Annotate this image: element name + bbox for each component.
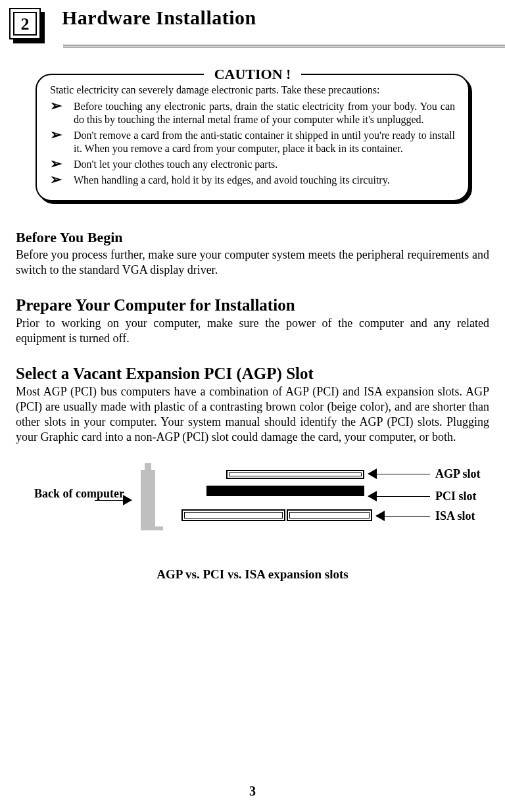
isa-slot-icon [181, 509, 285, 521]
caution-title-row: CAUTION ! [36, 66, 469, 82]
arrow-left-icon [368, 474, 430, 474]
page-number: 3 [0, 784, 505, 799]
section-heading-before: Before You Begin [16, 229, 489, 246]
section-body-select: Most AGP (PCI) bus computers have a comb… [16, 384, 489, 445]
arrow-right-icon: ➢ [50, 157, 62, 171]
caution-intro: Static electricity can severely damage e… [50, 84, 455, 96]
caution-item-text: Don't let your clothes touch any electro… [74, 158, 277, 171]
chapter-header: 2 Hardware Installation [0, 0, 505, 43]
main-content: Before You Begin Before you process furt… [0, 229, 505, 582]
diagram-label-isa: ISA slot [435, 509, 475, 523]
section-body-before: Before you process further, make sure yo… [16, 247, 489, 278]
document-page: 2 Hardware Installation CAUTION ! Static… [0, 0, 505, 812]
diagram-label-pci: PCI slot [435, 490, 477, 503]
caution-box: CAUTION ! Static electricity can severel… [36, 66, 469, 201]
caution-item-text: Before touching any electronic parts, dr… [74, 100, 455, 126]
caution-item-text: Don't remove a card from the anti-static… [74, 129, 455, 155]
pci-slot-icon [206, 486, 364, 496]
caution-rule-left [59, 74, 178, 75]
arrow-right-icon: ➢ [50, 99, 62, 113]
isa-slot-icon [287, 509, 372, 521]
diagram-caption: AGP vs. PCI vs. ISA expansion slots [16, 567, 489, 582]
caution-item: ➢ When handling a card, hold it by its e… [50, 174, 455, 187]
chapter-number: 2 [13, 12, 37, 36]
caution-item: ➢ Don't let your clothes touch any elect… [50, 158, 455, 171]
caution-item-text: When handling a card, hold it by its edg… [74, 174, 390, 187]
caution-rule-right [327, 74, 446, 75]
diagram-label-back: Back of computer [34, 487, 113, 501]
arrow-right-icon: ➢ [50, 128, 62, 142]
caution-item: ➢ Before touching any electronic parts, … [50, 100, 455, 126]
arrow-left-icon [368, 496, 430, 497]
bracket-icon [141, 470, 155, 529]
caution-list: ➢ Before touching any electronic parts, … [50, 100, 455, 187]
header-divider [63, 45, 505, 47]
section-body-prepare: Prior to working on your computer, make … [16, 316, 489, 346]
arrow-right-icon [95, 500, 132, 501]
section-heading-prepare: Prepare Your Computer for Installation [16, 296, 489, 315]
chapter-title: Hardware Installation [62, 7, 256, 29]
caution-item: ➢ Don't remove a card from the anti-stat… [50, 129, 455, 155]
arrow-left-icon [376, 516, 430, 517]
diagram-label-agp: AGP slot [435, 467, 481, 481]
caution-title: CAUTION ! [204, 66, 302, 83]
agp-slot-icon [226, 470, 364, 479]
slot-diagram: Back of computer AGP slot PCI slot ISA s… [29, 470, 476, 555]
arrow-right-icon: ➢ [50, 172, 62, 187]
caution-frame: Static electricity can severely damage e… [36, 74, 469, 201]
chapter-number-badge: 2 [9, 8, 45, 43]
section-heading-select: Select a Vacant Expansion PCI (AGP) Slot [16, 365, 489, 383]
